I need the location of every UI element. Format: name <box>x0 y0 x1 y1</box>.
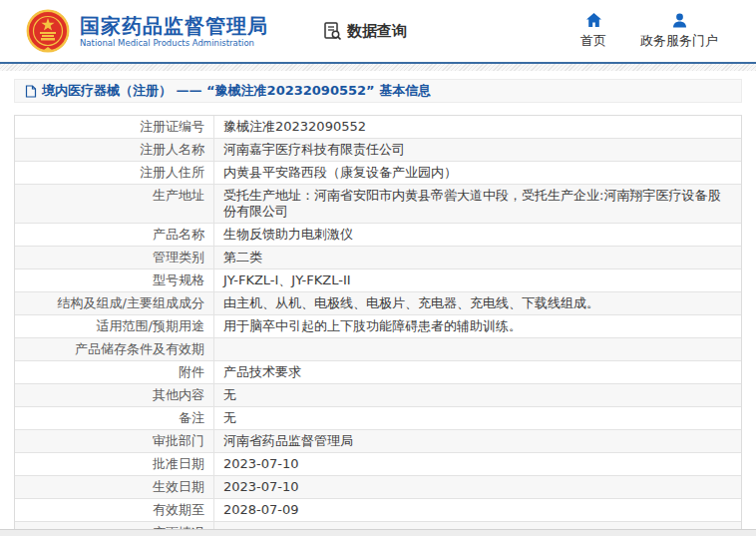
nav-gov-portal-label: 政务服务门户 <box>640 32 718 50</box>
site-subtitle: National Medical Products Administration <box>80 38 268 49</box>
row-label: 管理类别 <box>15 247 214 268</box>
table-row: 注册人名称河南嘉宇医疗科技有限责任公司 <box>15 139 741 162</box>
page-title: 境内医疗器械（注册） —— “豫械注准20232090552” 基本信息 <box>42 82 431 100</box>
site-title: 国家药品监督管理局 <box>80 14 268 38</box>
row-value: 受托生产地址：河南省安阳市内黄县帝喾大道中段，受托生产企业:河南翔宇医疗设备股份… <box>214 185 741 223</box>
document-icon <box>25 85 37 98</box>
site-header: 国家药品监督管理局 National Medical Products Admi… <box>0 0 756 62</box>
row-value: 2023-07-10 <box>214 476 741 498</box>
site-title-block: 国家药品监督管理局 National Medical Products Admi… <box>80 14 268 49</box>
row-value: 用于脑卒中引起的上下肢功能障碍患者的辅助训练。 <box>214 315 741 337</box>
row-value: 由主机、从机、电极线、电极片、充电器、充电线、下载线组成。 <box>214 292 741 314</box>
nav-home-label: 首页 <box>580 32 606 50</box>
row-label: 产品名称 <box>15 224 214 246</box>
row-value: 河南嘉宇医疗科技有限责任公司 <box>214 139 741 161</box>
row-value: 产品技术要求 <box>214 361 741 383</box>
table-row: 备注无 <box>15 407 741 430</box>
user-icon <box>671 12 688 29</box>
table-row: 审批部门河南省药品监督管理局 <box>15 430 741 453</box>
nav-home[interactable]: 首页 <box>580 12 606 50</box>
row-label: 附件 <box>15 361 214 383</box>
table-row: 批准日期2023-07-10 <box>15 453 741 476</box>
table-row: 附件产品技术要求 <box>15 361 741 384</box>
table-row: 生效日期2023-07-10 <box>15 476 741 499</box>
table-row: 适用范围/预期用途用于脑卒中引起的上下肢功能障碍患者的辅助训练。 <box>15 315 741 338</box>
table-row: 产品名称生物反馈助力电刺激仪 <box>15 224 741 247</box>
breadcrumb: 境内医疗器械（注册） —— “豫械注准20232090552” 基本信息 <box>14 79 742 103</box>
home-icon <box>585 12 602 29</box>
info-table-body: 注册证编号豫械注准20232090552注册人名称河南嘉宇医疗科技有限责任公司注… <box>15 116 741 536</box>
row-label: 生产地址 <box>15 185 214 223</box>
row-value: 无 <box>214 407 741 429</box>
row-label: 有效期至 <box>15 499 214 521</box>
table-row: 注册证编号豫械注准20232090552 <box>15 116 741 139</box>
document-search-icon <box>322 21 342 41</box>
table-row: 注册人住所内黄县平安路西段（康复设备产业园内） <box>15 162 741 185</box>
table-row: 型号规格JY-FKZL-I、JY-FKZL-II <box>15 269 741 292</box>
national-emblem-icon <box>26 9 70 53</box>
row-value: 2023-07-10 <box>214 453 741 475</box>
footer-strip <box>0 529 756 536</box>
row-label: 审批部门 <box>15 430 214 452</box>
data-query-label: 数据查询 <box>347 22 407 41</box>
row-value: 无 <box>214 384 741 406</box>
table-row: 管理类别第二类 <box>15 247 741 269</box>
row-label: 生效日期 <box>15 476 214 498</box>
row-label: 适用范围/预期用途 <box>15 315 214 337</box>
row-value: 生物反馈助力电刺激仪 <box>214 224 741 246</box>
row-value: 第二类 <box>214 247 741 268</box>
row-label: 批准日期 <box>15 453 214 475</box>
table-row: 产品储存条件及有效期 <box>15 338 741 361</box>
row-value: 豫械注准20232090552 <box>214 116 741 138</box>
row-value: 河南省药品监督管理局 <box>214 430 741 452</box>
row-label: 其他内容 <box>15 384 214 406</box>
info-table: 注册证编号豫械注准20232090552注册人名称河南嘉宇医疗科技有限责任公司注… <box>14 115 742 536</box>
row-value: 内黄县平安路西段（康复设备产业园内） <box>214 162 741 184</box>
row-label: 产品储存条件及有效期 <box>15 338 214 360</box>
data-query-nav[interactable]: 数据查询 <box>322 21 407 41</box>
row-label: 型号规格 <box>15 269 214 291</box>
table-row: 其他内容无 <box>15 384 741 407</box>
page: 国家药品监督管理局 National Medical Products Admi… <box>0 0 756 536</box>
top-nav: 首页 政务服务门户 <box>580 12 736 50</box>
row-label: 注册人住所 <box>15 162 214 184</box>
row-label: 结构及组成/主要组成成分 <box>15 292 214 314</box>
nav-gov-portal[interactable]: 政务服务门户 <box>640 12 718 50</box>
hatch-band <box>0 64 756 71</box>
row-value <box>214 338 741 360</box>
row-label: 注册人名称 <box>15 139 214 161</box>
row-label: 备注 <box>15 407 214 429</box>
site-logo[interactable]: 国家药品监督管理局 National Medical Products Admi… <box>26 9 268 53</box>
row-value: 2028-07-09 <box>214 499 741 521</box>
row-value: JY-FKZL-I、JY-FKZL-II <box>214 269 741 291</box>
row-label: 注册证编号 <box>15 116 214 138</box>
table-row: 生产地址受托生产地址：河南省安阳市内黄县帝喾大道中段，受托生产企业:河南翔宇医疗… <box>15 185 741 224</box>
table-row: 结构及组成/主要组成成分由主机、从机、电极线、电极片、充电器、充电线、下载线组成… <box>15 292 741 315</box>
table-row: 有效期至2028-07-09 <box>15 499 741 522</box>
